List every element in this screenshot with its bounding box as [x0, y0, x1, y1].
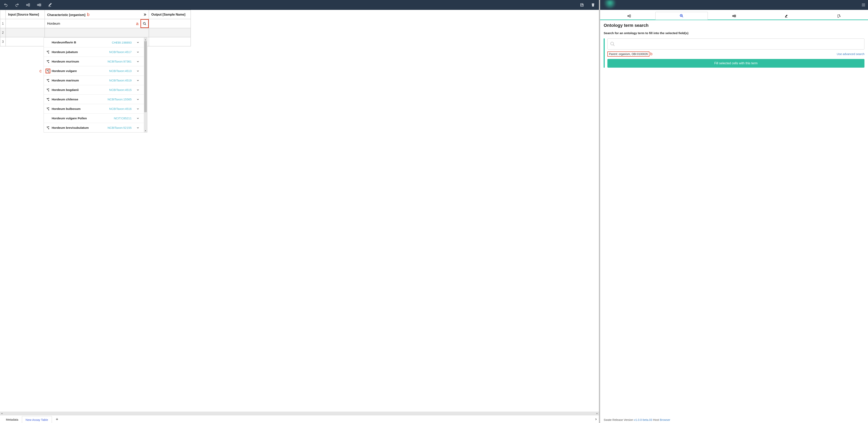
footer-prefix: Swate Release Version: [603, 418, 633, 421]
cell-characteristic-2[interactable]: [45, 28, 149, 37]
search-block: Parent: organism, OBI:0100026 b Use adva…: [603, 38, 864, 68]
row-header-3[interactable]: 3: [0, 37, 6, 46]
hamburger-menu-button[interactable]: [861, 3, 866, 7]
advanced-search-link[interactable]: Use advanced search: [837, 53, 864, 56]
dropdown-item[interactable]: Hordeum brevisubulatumNCBITaxon:52155: [44, 123, 144, 132]
add-table-button[interactable]: [35, 1, 42, 8]
column-header-input[interactable]: Input [Source Name]: [6, 10, 45, 19]
dropdown-term-id: CHEBI:198893: [112, 41, 131, 44]
plus-icon: [56, 418, 59, 421]
tool-tab-add-column[interactable]: [603, 12, 655, 20]
scroll-up-arrow[interactable]: ▴: [145, 38, 146, 41]
dropdown-term-id: NCBITaxon:4517: [109, 50, 131, 54]
cell-characteristic-1[interactable]: a: [45, 19, 149, 28]
tabs-scroll-right[interactable]: [593, 415, 599, 423]
dropdown-scrollbar[interactable]: ▴ ▾: [144, 38, 147, 132]
footer-host-label: Host: [653, 418, 659, 421]
add-tab-button[interactable]: [52, 415, 62, 423]
tree-icon[interactable]: [46, 126, 50, 130]
tab-new-assay[interactable]: New Assay Table: [22, 416, 52, 423]
cell-output-1[interactable]: [149, 19, 191, 28]
cell-output-3[interactable]: [149, 37, 191, 46]
hscroll-left-arrow[interactable]: ◂: [0, 412, 4, 415]
column-header-output[interactable]: Output [Sample Name]: [149, 10, 191, 19]
dropdown-term-label: Hordeumflavin B: [52, 41, 76, 44]
add-column-button[interactable]: [25, 1, 32, 8]
footer-host-link[interactable]: Browser: [660, 418, 670, 421]
dropdown-expand-button[interactable]: [134, 79, 142, 82]
tool-tab-add-table[interactable]: [708, 12, 760, 20]
scrollbar-thumb[interactable]: [144, 41, 147, 112]
cell-input-2[interactable]: [6, 28, 45, 37]
trash-icon: [591, 3, 595, 7]
tree-icon[interactable]: [46, 88, 50, 92]
dropdown-term-label: Hordeum bulbosum: [52, 107, 81, 110]
dropdown-item[interactable]: Hordeum bogdaniiNCBITaxon:4515: [44, 85, 144, 94]
dropdown-item[interactable]: Hordeum bulbosumNCBITaxon:4516: [44, 104, 144, 113]
cell-output-2[interactable]: [149, 28, 191, 37]
tool-tab-export[interactable]: [813, 12, 865, 20]
dropdown-expand-button[interactable]: [134, 41, 142, 44]
tool-tabs: [600, 10, 868, 20]
right-footer: Swate Release Version v1.0.0-beta.03 Hos…: [600, 417, 868, 423]
cell-input-1[interactable]: [6, 19, 45, 28]
dropdown-item[interactable]: Hordeum vulgare PollenNCIT:C85211: [44, 113, 144, 123]
undo-button[interactable]: [2, 1, 9, 8]
dropdown-expand-button[interactable]: [134, 60, 142, 63]
dropdown-item[interactable]: Hordeum jubatumNCBITaxon:4517: [44, 47, 144, 57]
dropdown-expand-button[interactable]: [134, 69, 142, 72]
annotation-b: b: [87, 12, 89, 17]
tab-metadata[interactable]: Metadata: [2, 416, 22, 423]
tool-tab-edit[interactable]: [760, 12, 813, 20]
tree-icon[interactable]: [46, 60, 50, 63]
fill-cells-button[interactable]: Fill selected cells with this term: [608, 59, 864, 68]
panel-subtitle: Search for an ontology term to fill into…: [603, 31, 864, 35]
svg-rect-56: [629, 15, 631, 17]
expand-column-button[interactable]: [143, 12, 147, 17]
svg-line-58: [682, 17, 683, 18]
hscroll-track[interactable]: [4, 412, 595, 415]
dropdown-expand-button[interactable]: [134, 51, 142, 54]
dropdown-expand-button[interactable]: [134, 117, 142, 120]
dropdown-expand-button[interactable]: [134, 126, 142, 129]
dropdown-expand-button[interactable]: [134, 107, 142, 110]
dropdown-expand-button[interactable]: [134, 98, 142, 101]
tree-icon[interactable]: [46, 79, 50, 82]
svg-line-28: [48, 79, 48, 79]
dropdown-term-id: NCBITaxon:4519: [109, 79, 131, 82]
svg-line-13: [48, 51, 48, 51]
horizontal-scrollbar[interactable]: ◂ ▸: [0, 412, 599, 415]
dropdown-item[interactable]: Hordeum vulgareNCBITaxon:4513c: [44, 66, 144, 75]
footer-version-link[interactable]: v1.0.0-beta.03: [634, 418, 652, 421]
delete-button[interactable]: [589, 1, 596, 8]
dropdown-term-id: NCIT:C85211: [114, 117, 131, 120]
redo-button[interactable]: [13, 1, 21, 8]
term-search-input[interactable]: [45, 19, 141, 28]
cell-input-3[interactable]: [6, 37, 45, 46]
scroll-down-arrow[interactable]: ▾: [145, 129, 146, 132]
dropdown-item[interactable]: Hordeum murinumNCBITaxon:97361: [44, 57, 144, 66]
hscroll-right-arrow[interactable]: ▸: [595, 412, 599, 415]
undo-icon: [4, 3, 8, 7]
tool-tab-search[interactable]: [655, 12, 708, 20]
tree-icon[interactable]: [46, 50, 50, 54]
tree-icon[interactable]: [46, 69, 50, 73]
tree-icon[interactable]: [46, 98, 50, 101]
save-button[interactable]: [579, 1, 586, 8]
main-toolbar: [0, 0, 599, 10]
column-header-characteristic[interactable]: Characteristic [organism] b: [45, 10, 149, 19]
tree-icon[interactable]: [46, 107, 50, 110]
edit-button[interactable]: [46, 1, 54, 8]
row-header-1[interactable]: 1: [0, 19, 6, 28]
svg-point-8: [143, 22, 145, 25]
dropdown-term-label: Hordeum brevisubulatum: [52, 126, 89, 130]
term-search-button[interactable]: [141, 19, 149, 28]
dropdown-item[interactable]: Hordeum chilenseNCBITaxon:15565: [44, 94, 144, 104]
ontology-search-input[interactable]: [608, 38, 864, 50]
svg-rect-65: [785, 17, 787, 18]
dropdown-expand-button[interactable]: [134, 88, 142, 92]
row-header-2[interactable]: 2: [0, 28, 6, 37]
edit-icon: [48, 3, 52, 7]
dropdown-item[interactable]: Hordeumflavin BCHEBI:198893: [44, 38, 144, 47]
dropdown-item[interactable]: Hordeum marinumNCBITaxon:4519: [44, 75, 144, 85]
